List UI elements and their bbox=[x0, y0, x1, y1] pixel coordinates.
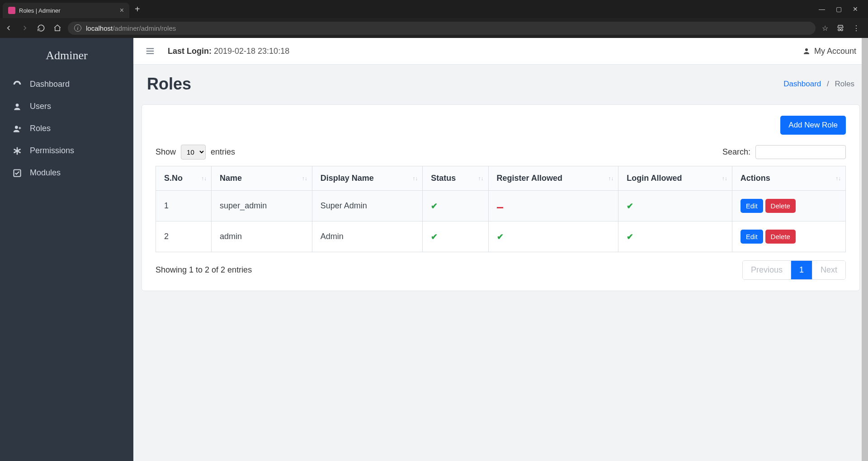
roles-table: S.No↑↓ Name↑↓ Display Name↑↓ Status↑↓ Re… bbox=[156, 166, 846, 252]
back-icon[interactable] bbox=[5, 24, 13, 32]
check-icon: ✔ bbox=[431, 202, 438, 211]
sort-icon: ↑↓ bbox=[608, 177, 613, 180]
hamburger-icon[interactable] bbox=[145, 46, 155, 56]
check-icon: ✔ bbox=[627, 202, 633, 211]
add-button-row: Add New Role bbox=[156, 116, 846, 135]
reload-icon[interactable] bbox=[37, 24, 45, 32]
address-bar: i localhost/adminer/admin/roles ☆ ⋮ bbox=[0, 18, 868, 38]
table-header-row: S.No↑↓ Name↑↓ Display Name↑↓ Status↑↓ Re… bbox=[156, 166, 846, 191]
cell-display-name: Super Admin bbox=[312, 191, 423, 221]
check-icon: ✔ bbox=[497, 232, 504, 241]
sidebar-item-users[interactable]: Users bbox=[0, 95, 133, 118]
card: Add New Role Show 10 entries Search: bbox=[142, 104, 860, 291]
edit-button[interactable]: Edit bbox=[741, 230, 763, 244]
sidebar: Adminer Dashboard Users Roles Permission… bbox=[0, 38, 133, 461]
th-login-allowed[interactable]: Login Allowed↑↓ bbox=[618, 166, 732, 191]
sidebar-item-label: Roles bbox=[30, 124, 51, 133]
svg-point-6 bbox=[15, 126, 18, 129]
svg-point-5 bbox=[16, 103, 19, 107]
sidebar-item-roles[interactable]: Roles bbox=[0, 118, 133, 140]
last-login: Last Login: 2019-02-18 23:10:18 bbox=[168, 47, 289, 56]
breadcrumb-current: Roles bbox=[835, 80, 854, 88]
browser-tab[interactable]: Roles | Adminer × bbox=[3, 3, 129, 18]
edit-button[interactable]: Edit bbox=[741, 199, 763, 213]
forward-icon[interactable] bbox=[21, 24, 29, 32]
breadcrumb-separator: / bbox=[827, 80, 829, 88]
show-label-post: entries bbox=[211, 147, 235, 156]
pagination-next[interactable]: Next bbox=[812, 261, 845, 279]
minimize-icon[interactable]: — bbox=[819, 5, 825, 13]
breadcrumb-dashboard[interactable]: Dashboard bbox=[783, 80, 821, 88]
pagination-previous[interactable]: Previous bbox=[743, 261, 791, 279]
incognito-icon[interactable] bbox=[836, 24, 844, 33]
th-actions[interactable]: Actions↑↓ bbox=[732, 166, 845, 191]
browser-right-icons: ☆ ⋮ bbox=[822, 24, 863, 33]
maximize-icon[interactable]: ▢ bbox=[836, 5, 842, 13]
menu-icon[interactable]: ⋮ bbox=[853, 24, 860, 33]
page-title: Roles bbox=[147, 75, 191, 94]
breadcrumb: Dashboard / Roles bbox=[783, 80, 854, 89]
sidebar-item-label: Modules bbox=[30, 168, 61, 178]
pagination: Previous 1 Next bbox=[742, 260, 846, 280]
dashboard-icon bbox=[13, 80, 23, 89]
check-icon: ✔ bbox=[627, 232, 633, 241]
sort-icon: ↑↓ bbox=[478, 177, 484, 180]
svg-point-0 bbox=[838, 28, 840, 31]
table-info: Showing 1 to 2 of 2 entries bbox=[156, 265, 252, 275]
sidebar-item-label: Dashboard bbox=[30, 80, 70, 89]
th-sno[interactable]: S.No↑↓ bbox=[156, 166, 212, 191]
home-icon[interactable] bbox=[53, 24, 61, 32]
cell-status: ✔ bbox=[423, 191, 488, 221]
topbar: Last Login: 2019-02-18 23:10:18 My Accou… bbox=[133, 38, 868, 65]
tab-bar: Roles | Adminer × + — ▢ ✕ bbox=[0, 0, 868, 18]
cell-login-allowed: ✔ bbox=[618, 191, 732, 221]
delete-button[interactable]: Delete bbox=[765, 230, 796, 244]
table-footer: Showing 1 to 2 of 2 entries Previous 1 N… bbox=[156, 260, 846, 280]
tab-title: Roles | Adminer bbox=[19, 7, 116, 14]
cell-login-allowed: ✔ bbox=[618, 221, 732, 252]
my-account-link[interactable]: My Account bbox=[802, 47, 856, 56]
last-login-value: 2019-02-18 23:10:18 bbox=[214, 47, 289, 56]
url-input[interactable]: i localhost/adminer/admin/roles bbox=[68, 22, 816, 35]
new-tab-button[interactable]: + bbox=[135, 4, 140, 14]
nav-icons bbox=[5, 24, 61, 32]
show-entries: Show 10 entries bbox=[156, 145, 235, 160]
browser-chrome: Roles | Adminer × + — ▢ ✕ i localhost/ad… bbox=[0, 0, 868, 38]
th-status[interactable]: Status↑↓ bbox=[423, 166, 488, 191]
th-register-allowed[interactable]: Register Allowed↑↓ bbox=[488, 166, 618, 191]
svg-point-2 bbox=[15, 82, 16, 83]
th-name[interactable]: Name↑↓ bbox=[212, 166, 312, 191]
search: Search: bbox=[722, 145, 846, 159]
sidebar-item-permissions[interactable]: Permissions bbox=[0, 140, 133, 162]
sidebar-item-dashboard[interactable]: Dashboard bbox=[0, 73, 133, 95]
user-icon bbox=[13, 102, 23, 111]
cell-name: super_admin bbox=[212, 191, 312, 221]
cell-name: admin bbox=[212, 221, 312, 252]
th-display-name[interactable]: Display Name↑↓ bbox=[312, 166, 423, 191]
sort-icon: ↑↓ bbox=[302, 177, 307, 180]
tab-close-icon[interactable]: × bbox=[120, 6, 124, 14]
add-new-role-button[interactable]: Add New Role bbox=[780, 116, 846, 135]
my-account-label: My Account bbox=[814, 47, 856, 56]
entries-select[interactable]: 10 bbox=[181, 145, 206, 160]
scrollbar[interactable] bbox=[862, 38, 868, 461]
close-window-icon[interactable]: ✕ bbox=[853, 5, 858, 13]
search-input[interactable] bbox=[755, 145, 846, 159]
window-controls: — ▢ ✕ bbox=[819, 5, 865, 13]
site-info-icon[interactable]: i bbox=[74, 24, 81, 32]
sidebar-item-label: Users bbox=[30, 102, 51, 111]
bookmark-icon[interactable]: ☆ bbox=[822, 24, 828, 33]
main: Last Login: 2019-02-18 23:10:18 My Accou… bbox=[133, 38, 868, 461]
svg-point-4 bbox=[19, 82, 19, 83]
cell-sno: 2 bbox=[156, 221, 212, 252]
pagination-page-1[interactable]: 1 bbox=[791, 261, 812, 279]
sort-icon: ↑↓ bbox=[835, 177, 841, 180]
cell-status: ✔ bbox=[423, 221, 488, 252]
url-path: /adminer/admin/roles bbox=[113, 24, 176, 32]
sidebar-item-label: Permissions bbox=[30, 146, 74, 155]
app: Adminer Dashboard Users Roles Permission… bbox=[0, 38, 868, 461]
delete-button[interactable]: Delete bbox=[765, 199, 796, 213]
cell-actions: Edit Delete bbox=[732, 191, 845, 221]
sidebar-item-modules[interactable]: Modules bbox=[0, 162, 133, 184]
svg-point-8 bbox=[805, 48, 808, 51]
